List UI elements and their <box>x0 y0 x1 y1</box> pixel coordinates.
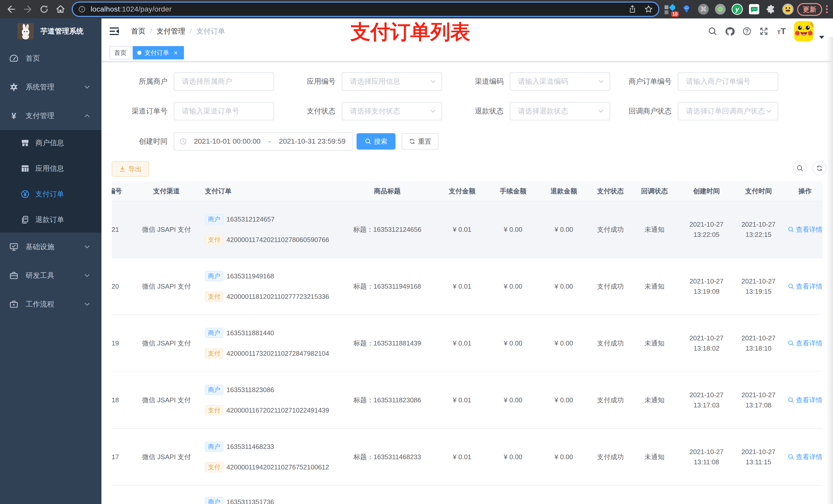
placeholder-text: 请输入商户订单编号 <box>686 77 778 86</box>
merchant-select[interactable]: 请选择所属商户 <box>174 72 274 91</box>
avatar-caret-icon[interactable] <box>819 36 824 42</box>
share-icon[interactable] <box>628 5 637 14</box>
col-header[interactable]: 商品标题 <box>338 181 436 201</box>
col-header[interactable]: 编号 <box>112 181 133 201</box>
search-button[interactable]: 搜索 <box>357 133 396 149</box>
table-search-button[interactable] <box>793 161 807 175</box>
col-header[interactable]: 创建时间 <box>677 181 736 201</box>
star-icon[interactable] <box>644 5 653 14</box>
browser-home-button[interactable] <box>52 1 69 18</box>
extension-command-icon[interactable]: ⌘ <box>698 4 709 15</box>
font-size-icon[interactable]: TT <box>777 27 786 35</box>
title-value: 1635312124656 <box>373 225 421 234</box>
sidebar-subitem-app-info[interactable]: 应用信息 <box>0 156 101 181</box>
sidebar-logo[interactable]: 芋道管理系统 <box>0 19 101 44</box>
sidebar-item-dev-tools[interactable]: 研发工具 <box>0 261 101 290</box>
browser-back-button[interactable] <box>3 1 20 18</box>
reset-button[interactable]: 重置 <box>402 133 438 149</box>
navbar-search-button[interactable] <box>708 27 717 36</box>
github-button[interactable] <box>725 27 734 36</box>
font-size-button[interactable]: TT <box>777 27 786 36</box>
col-header[interactable]: 支付状态 <box>589 181 632 201</box>
placeholder-text: 请选择应用信息 <box>350 77 429 86</box>
sidebar-subitem-merchant-info[interactable]: 商户信息 <box>0 130 101 156</box>
chrome-menu-button[interactable] <box>822 4 832 14</box>
browser-reload-button[interactable] <box>36 1 52 18</box>
site-info-icon[interactable] <box>78 5 86 13</box>
table-row[interactable]: 17 微信 JSAPI 支付 商户1635311468233支付42000011… <box>112 429 823 485</box>
extension-gem-icon[interactable] <box>681 4 692 15</box>
extension-puzzle-icon[interactable] <box>765 4 777 15</box>
extension-recorder-icon[interactable] <box>715 4 726 15</box>
chrome-update-button[interactable]: 更新 <box>797 3 822 16</box>
date-end[interactable]: 2021-10-31 23:59:59 <box>272 137 353 145</box>
sidebar-item-system[interactable]: 系统管理 <box>0 73 101 101</box>
extension-y-icon[interactable]: y <box>732 4 743 15</box>
export-button[interactable]: 导出 <box>112 161 149 177</box>
view-detail-link[interactable]: 查看详情 <box>781 258 823 314</box>
forward-icon[interactable] <box>23 4 33 14</box>
browser-forward-button[interactable] <box>20 1 36 18</box>
table-row[interactable]: 20 微信 JSAPI 支付 商户1635311949168支付42000011… <box>112 258 823 315</box>
extension-chat-icon[interactable] <box>748 4 760 15</box>
col-header[interactable]: 手续金额 <box>488 181 539 201</box>
pay-tag: 支付 <box>205 462 223 472</box>
col-header[interactable]: 支付时间 <box>736 181 781 201</box>
channel-order-input[interactable]: 请输入渠道订单号 <box>174 102 274 120</box>
sidebar-item-payment[interactable]: ¥支付管理 <box>0 101 101 130</box>
view-detail-link[interactable]: 查看详情 <box>781 201 823 258</box>
sidebar-subitem-pay-orders[interactable]: 支付订单 <box>0 181 101 207</box>
date-start[interactable]: 2021-10-01 00:00:00 <box>187 137 267 145</box>
home-icon[interactable] <box>55 4 66 14</box>
table-row[interactable]: 21 微信 JSAPI 支付 商户1635312124657支付42000011… <box>112 201 823 258</box>
hamburger-icon[interactable] <box>109 26 119 37</box>
fullscreen-icon[interactable] <box>759 27 768 36</box>
callback-status-select[interactable]: 请选择订单回调商户状态 <box>678 102 778 120</box>
table-row-partial[interactable]: 商户1635311351736 <box>112 485 823 504</box>
sidebar-item-infrastructure[interactable]: 基础设施 <box>0 233 101 261</box>
table-refresh-button[interactable] <box>812 161 826 175</box>
breadcrumb-home[interactable]: 首页 <box>131 26 145 36</box>
col-header[interactable]: 回调状态 <box>632 181 677 201</box>
view-detail-link[interactable]: 查看详情 <box>781 429 823 485</box>
title-value: 1635311823086 <box>374 396 421 404</box>
github-icon[interactable] <box>725 27 735 37</box>
back-icon[interactable] <box>6 4 16 14</box>
col-header[interactable]: 操作 <box>781 181 823 201</box>
col-header[interactable]: 退款金额 <box>539 181 589 201</box>
col-header[interactable]: 支付订单 <box>200 181 338 201</box>
breadcrumb-pay-mgmt[interactable]: 支付管理 <box>157 26 185 36</box>
tab-close-icon[interactable]: × <box>172 49 179 56</box>
tab-pay-orders[interactable]: 支付订单× <box>133 46 184 59</box>
col-header[interactable]: 支付渠道 <box>133 181 200 201</box>
pay-status-select[interactable]: 请选择支付状态 <box>342 102 442 120</box>
fullscreen-button[interactable] <box>759 27 768 36</box>
table-row[interactable]: 19 微信 JSAPI 支付 商户1635311881440支付42000011… <box>112 315 823 372</box>
sidebar-item-workflow[interactable]: 工作流程 <box>0 290 101 318</box>
search-icon[interactable] <box>708 27 717 36</box>
time-line: 13:19:09 <box>693 286 719 296</box>
tab-home[interactable]: 首页 <box>110 46 131 59</box>
date-range-picker[interactable]: 2021-10-01 00:00:00-2021-10-31 23:59:59 <box>174 132 353 150</box>
avatar[interactable] <box>794 21 813 42</box>
menu-kebab-icon[interactable] <box>822 4 832 14</box>
extension-tabs-icon[interactable]: 10 <box>664 4 675 15</box>
address-bar[interactable]: localhost:1024/pay/order <box>72 2 659 17</box>
refund-status-select[interactable]: 请选择退款状态 <box>510 102 610 120</box>
channel-code-select[interactable]: 请输入渠道编码 <box>510 72 610 91</box>
col-header[interactable]: 支付金额 <box>436 181 488 201</box>
sidebar-subitem-refund-orders[interactable]: 退款订单 <box>0 207 101 233</box>
extension-emoji-icon[interactable] <box>782 4 793 15</box>
hamburger-button[interactable] <box>109 26 119 37</box>
cell-orders: 商户1635312124657支付42000011742021102780605… <box>200 201 338 258</box>
view-detail-link[interactable]: 查看详情 <box>781 315 823 371</box>
sidebar-item-home[interactable]: 首页 <box>0 44 101 73</box>
question-icon[interactable] <box>742 27 752 36</box>
reload-icon[interactable] <box>39 4 49 14</box>
help-button[interactable] <box>742 27 752 36</box>
merchant-order-input[interactable]: 请输入商户订单编号 <box>678 72 778 91</box>
table-row[interactable]: 18 微信 JSAPI 支付 商户1635311823086支付42000011… <box>112 372 823 429</box>
browser-toolbar: localhost:1024/pay/order 10⌘y 更新 <box>0 0 833 19</box>
app-select[interactable]: 请选择应用信息 <box>342 72 442 91</box>
view-detail-link[interactable]: 查看详情 <box>781 372 823 428</box>
